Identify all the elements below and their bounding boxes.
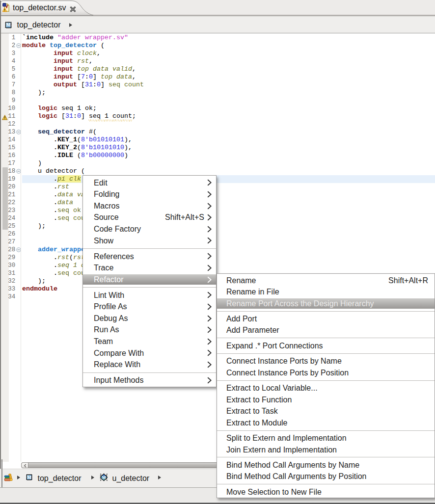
svg-text:M: M [6, 22, 11, 27]
svg-text:M: M [27, 475, 31, 480]
svg-text:M: M [102, 475, 106, 479]
